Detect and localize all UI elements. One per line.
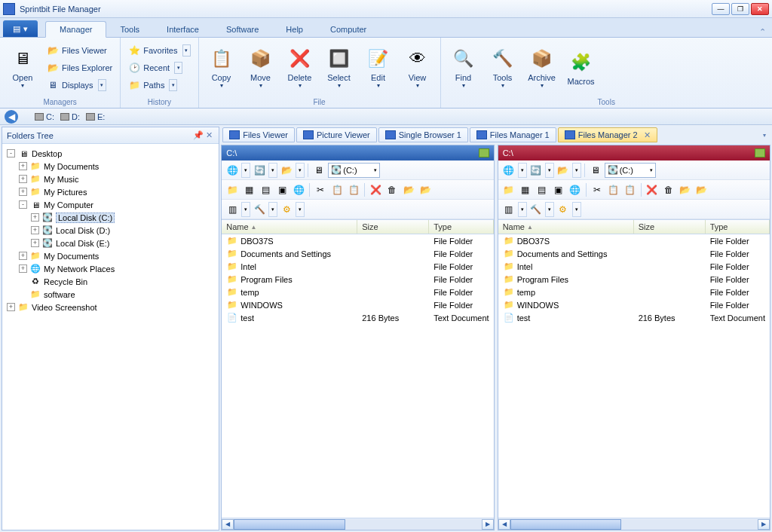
globe-icon[interactable] bbox=[291, 182, 306, 197]
expand-icon[interactable]: + bbox=[31, 239, 39, 247]
dd-icon[interactable]: ▾ bbox=[268, 163, 277, 178]
chevron-down-icon[interactable]: ▾ bbox=[98, 79, 106, 91]
tree-node[interactable]: +My Network Places bbox=[4, 262, 217, 275]
column-name[interactable]: Name▲ bbox=[222, 220, 357, 234]
pane-right-filelist[interactable]: DBO37SFile FolderDocuments and SettingsF… bbox=[498, 234, 770, 518]
tree-node[interactable]: -Desktop bbox=[4, 147, 217, 160]
pane-right-scrollbar[interactable]: ◀▶ bbox=[498, 518, 770, 530]
cut-icon[interactable] bbox=[590, 182, 605, 197]
scroll-right-icon[interactable]: ▶ bbox=[482, 519, 494, 530]
tree-node[interactable]: +My Pictures bbox=[4, 185, 217, 198]
open-button[interactable]: Open ▾ bbox=[5, 41, 41, 95]
file-row[interactable]: Program FilesFile Folder bbox=[222, 273, 493, 286]
file-menu-button[interactable]: ▤ ▾ bbox=[3, 20, 38, 37]
tree-node[interactable]: +Local Disk (C:) bbox=[4, 211, 217, 224]
file-row[interactable]: WINDOWSFile Folder bbox=[498, 298, 770, 311]
computer-icon[interactable] bbox=[588, 163, 603, 178]
moveto-icon[interactable] bbox=[678, 182, 693, 197]
move-button[interactable]: Move▾ bbox=[243, 41, 279, 95]
tree-node[interactable]: +My Documents bbox=[4, 249, 217, 262]
tree-node[interactable]: +My Documents bbox=[4, 160, 217, 173]
list-icon[interactable]: ▤ bbox=[535, 182, 550, 197]
dd-icon[interactable]: ▾ bbox=[296, 202, 305, 217]
newfolder-icon[interactable] bbox=[501, 182, 516, 197]
tree-node[interactable]: -My Computer bbox=[4, 198, 217, 211]
folder-up-icon[interactable] bbox=[556, 163, 571, 178]
copyto-icon[interactable] bbox=[418, 182, 433, 197]
tab-help[interactable]: Help bbox=[272, 22, 317, 37]
globe-icon[interactable] bbox=[568, 182, 583, 197]
paste-icon[interactable] bbox=[623, 182, 638, 197]
view-tab[interactable]: Files Manager 1 bbox=[470, 127, 556, 142]
scroll-left-icon[interactable]: ◀ bbox=[498, 519, 510, 530]
view-tab[interactable]: Files Viewer bbox=[222, 127, 295, 142]
files-viewer-button[interactable]: Files Viewer bbox=[44, 42, 115, 59]
trash-icon[interactable] bbox=[384, 182, 400, 197]
delete-icon[interactable] bbox=[645, 182, 660, 197]
pathbar-icon[interactable] bbox=[755, 148, 765, 157]
tree-node[interactable]: +Local Disk (E:) bbox=[4, 237, 217, 249]
folder-up-icon[interactable] bbox=[279, 163, 294, 178]
pane-left-scrollbar[interactable]: ◀▶ bbox=[222, 518, 493, 530]
scroll-thumb[interactable] bbox=[234, 519, 345, 530]
chevron-down-icon[interactable]: ▾ bbox=[174, 62, 182, 74]
gear-icon[interactable] bbox=[556, 202, 571, 217]
dd-icon[interactable]: ▾ bbox=[296, 163, 305, 178]
collapse-icon[interactable]: - bbox=[19, 200, 27, 209]
find-button[interactable]: Find▾ bbox=[446, 41, 482, 95]
dd-icon[interactable]: ▾ bbox=[268, 202, 277, 217]
column-name[interactable]: Name▲ bbox=[498, 220, 634, 234]
pane-right-pathbar[interactable]: C:\ bbox=[498, 145, 770, 161]
file-row[interactable]: test216 BytesText Document bbox=[222, 311, 493, 324]
filter-icon[interactable]: ▥ bbox=[225, 202, 240, 217]
browser-icon[interactable] bbox=[225, 163, 240, 178]
view-tab[interactable]: Files Manager 2✕ bbox=[558, 127, 657, 142]
pane-left-filelist[interactable]: DBO37SFile FolderDocuments and SettingsF… bbox=[222, 234, 493, 518]
cut-icon[interactable] bbox=[313, 182, 328, 197]
file-row[interactable]: tempFile Folder bbox=[498, 286, 770, 298]
file-row[interactable]: DBO37SFile Folder bbox=[498, 234, 770, 247]
tab-manager[interactable]: Manager bbox=[45, 21, 106, 38]
drive-c-button[interactable]: C: bbox=[35, 112, 54, 121]
drive-select[interactable]: (C:)▾ bbox=[328, 163, 379, 178]
file-row[interactable]: DBO37SFile Folder bbox=[222, 234, 493, 247]
tab-tools[interactable]: Tools bbox=[106, 22, 153, 37]
pane-left-pathbar[interactable]: C:\ bbox=[222, 145, 493, 161]
tree-node[interactable]: +Video Screenshot bbox=[4, 301, 217, 313]
expand-icon[interactable]: + bbox=[31, 226, 39, 234]
column-size[interactable]: Size bbox=[634, 220, 706, 234]
scroll-left-icon[interactable]: ◀ bbox=[222, 519, 234, 530]
expand-icon[interactable]: + bbox=[19, 252, 27, 260]
column-size[interactable]: Size bbox=[357, 220, 429, 234]
tools-button[interactable]: Tools▾ bbox=[485, 41, 521, 95]
copy-icon[interactable] bbox=[606, 182, 621, 197]
dd-icon[interactable]: ▾ bbox=[572, 163, 581, 178]
delete-button[interactable]: Delete▾ bbox=[282, 41, 318, 95]
details-icon[interactable]: ▣ bbox=[551, 182, 566, 197]
gear-icon[interactable] bbox=[279, 202, 294, 217]
tree-node[interactable]: +Local Disk (D:) bbox=[4, 224, 217, 237]
dd-icon[interactable]: ▾ bbox=[241, 163, 250, 178]
filter-icon[interactable]: ▥ bbox=[501, 202, 516, 217]
maximize-button[interactable]: ❐ bbox=[731, 3, 749, 15]
minimize-button[interactable]: — bbox=[712, 3, 730, 15]
tree-node[interactable]: +My Music bbox=[4, 173, 217, 185]
back-icon[interactable] bbox=[5, 110, 18, 124]
recent-button[interactable]: Recent▾ bbox=[125, 60, 193, 76]
column-type[interactable]: Type bbox=[706, 220, 770, 234]
file-row[interactable]: WINDOWSFile Folder bbox=[222, 298, 493, 311]
copyto-icon[interactable] bbox=[694, 182, 709, 197]
dd-icon[interactable]: ▾ bbox=[572, 202, 581, 217]
copy-button[interactable]: Copy▾ bbox=[204, 41, 240, 95]
tab-computer[interactable]: Computer bbox=[317, 22, 380, 37]
folder-tree[interactable]: -Desktop+My Documents+My Music+My Pictur… bbox=[2, 144, 219, 530]
expand-icon[interactable]: + bbox=[19, 175, 27, 183]
file-row[interactable]: Documents and SettingsFile Folder bbox=[498, 247, 770, 260]
view-button[interactable]: View▾ bbox=[400, 41, 436, 95]
scroll-thumb[interactable] bbox=[510, 519, 622, 530]
copy-icon[interactable] bbox=[329, 182, 345, 197]
tree-node[interactable]: software bbox=[4, 288, 217, 301]
file-row[interactable]: Program FilesFile Folder bbox=[498, 273, 770, 286]
macros-button[interactable]: Macros bbox=[563, 41, 599, 95]
tree-node[interactable]: Recycle Bin bbox=[4, 275, 217, 288]
